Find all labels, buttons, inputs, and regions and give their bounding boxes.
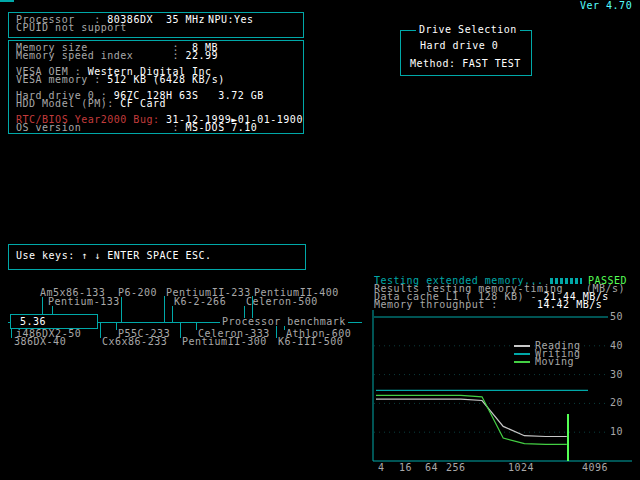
scale-connector bbox=[100, 323, 101, 338]
cpu-ref-label: Cx6x86-233 bbox=[102, 338, 167, 346]
info-label: VESA memory : bbox=[16, 74, 107, 85]
scale-connector bbox=[121, 297, 122, 323]
y-tick: 10 bbox=[610, 428, 623, 436]
memory-timing-chart bbox=[372, 310, 634, 466]
info-row-hdd-model: HDD Model (PM): CF Card bbox=[16, 100, 166, 108]
info-value: CF Card bbox=[120, 98, 166, 109]
cpu-ref-label: K6-III-500 bbox=[278, 338, 343, 346]
info-label: OS version : bbox=[16, 122, 179, 133]
info-row-memory-speed: Memory speed index : 22.99 bbox=[16, 52, 218, 60]
top-left-artifact bbox=[0, 0, 14, 2]
info-row-os-version: OS version : MS-DOS 7.10 bbox=[16, 124, 257, 132]
cpu-ref-label: 386DX-40 bbox=[14, 338, 66, 346]
moving-line-swatch bbox=[514, 361, 530, 363]
x-tick: 1024 bbox=[508, 464, 534, 472]
scale-connector bbox=[164, 296, 165, 323]
y-tick: 20 bbox=[610, 399, 623, 407]
y-tick: 30 bbox=[610, 371, 623, 379]
x-tick: 4 bbox=[378, 464, 385, 472]
version-label: Ver 4.70 bbox=[580, 2, 632, 10]
scale-connector bbox=[116, 323, 117, 330]
scale-connector bbox=[172, 306, 173, 323]
info-value: 512 KB (6428 KB/s) bbox=[107, 74, 224, 85]
throughput-value: 14.42 MB/s bbox=[498, 299, 602, 310]
scale-connector bbox=[180, 323, 181, 338]
info-value: 22.99 bbox=[179, 50, 218, 61]
info-label: Memory speed index : bbox=[16, 50, 179, 61]
info-label: HDD Model (PM): bbox=[16, 98, 120, 109]
memtest-throughput-row: Memory throughput : 14.42 MB/s bbox=[374, 301, 602, 309]
info-value: MS-DOS 7.10 bbox=[179, 122, 257, 133]
drive-selection-box bbox=[400, 30, 532, 76]
y-tick: 50 bbox=[610, 313, 623, 321]
cpuid-status: CPUID not support bbox=[16, 24, 127, 32]
cpu-ref-label: Pentium-133 bbox=[48, 298, 120, 306]
y-tick: 40 bbox=[610, 342, 623, 350]
npu-status: NPU:Yes bbox=[208, 16, 254, 24]
drive-selection-title: Drive Selection bbox=[416, 26, 520, 34]
drive-selection-item[interactable]: Hard drive 0 bbox=[420, 42, 498, 50]
legend-item-moving: Moving bbox=[514, 358, 581, 366]
benchmark-score: 5.36 bbox=[20, 318, 46, 326]
keys-help-text: Use keys: ↑ ↓ ENTER SPACE ESC. bbox=[16, 252, 212, 260]
scale-connector bbox=[196, 323, 197, 330]
series-moving bbox=[376, 395, 567, 444]
cpu-ref-label: Celeron-500 bbox=[246, 298, 318, 306]
cpu-ref-label: P6-200 bbox=[118, 289, 157, 297]
throughput-label: Memory throughput : bbox=[374, 299, 498, 310]
chart-legend: Reading Writing Moving bbox=[514, 342, 581, 366]
drive-selection-method[interactable]: Method: FAST TEST bbox=[410, 60, 521, 68]
cpu-ref-label: PentiumII-300 bbox=[182, 338, 267, 346]
x-tick: 4096 bbox=[582, 464, 608, 472]
legend-label: Moving bbox=[535, 358, 574, 366]
benchmark-title: Processor benchmark bbox=[220, 318, 348, 326]
speedsys-screen: { "meta": { "version": "Ver 4.70" }, "pa… bbox=[0, 0, 640, 480]
x-tick: 256 bbox=[446, 464, 466, 472]
reading-line-swatch bbox=[514, 345, 530, 347]
x-tick: 16 bbox=[399, 464, 412, 472]
series-reading bbox=[376, 399, 567, 436]
x-tick: 64 bbox=[425, 464, 438, 472]
cpu-ref-label: K6-2-266 bbox=[174, 298, 226, 306]
writing-line-swatch bbox=[514, 353, 530, 355]
scale-connector bbox=[42, 297, 43, 315]
info-row-vesa-memory: VESA memory : 512 KB (6428 KB/s) bbox=[16, 76, 225, 84]
